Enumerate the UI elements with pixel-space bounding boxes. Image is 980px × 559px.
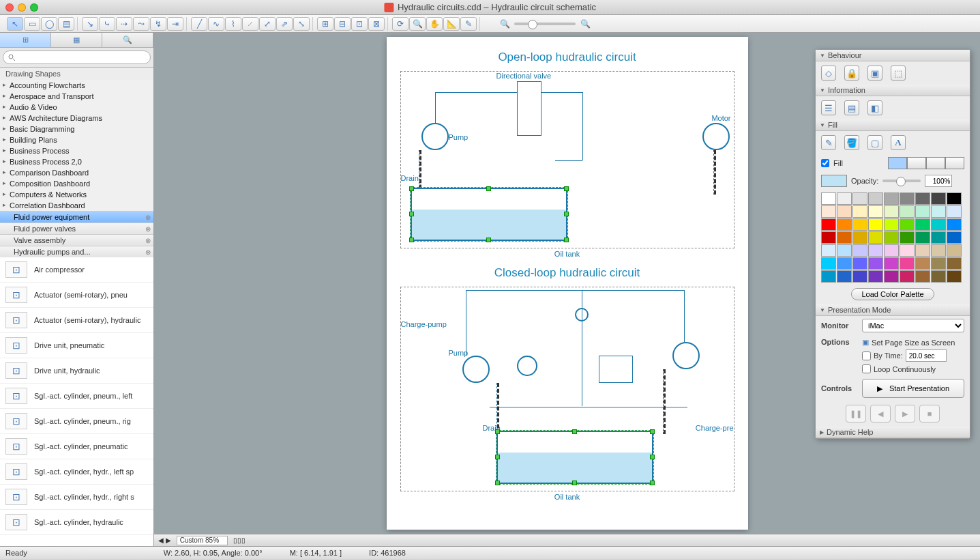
- prev-button[interactable]: ◀: [870, 405, 891, 422]
- color-swatch[interactable]: [837, 270, 852, 283]
- color-swatch[interactable]: [931, 244, 946, 257]
- shape-search-input[interactable]: [3, 51, 151, 64]
- sidebar-category[interactable]: Composition Dashboard: [0, 178, 153, 189]
- color-swatch[interactable]: [884, 192, 899, 205]
- shape-item[interactable]: ⊡Air compressor: [0, 257, 153, 283]
- color-swatch[interactable]: [900, 244, 915, 257]
- color-swatch[interactable]: [884, 244, 899, 257]
- close-window-button[interactable]: [5, 3, 14, 12]
- behaviour-icon-4[interactable]: ⬚: [891, 66, 906, 81]
- color-swatch[interactable]: [868, 244, 883, 257]
- connector-tool-2[interactable]: ⤷: [99, 17, 115, 31]
- color-swatch[interactable]: [947, 257, 962, 270]
- presentation-header[interactable]: Presentation Mode: [816, 304, 970, 316]
- drawing-page[interactable]: Open-loop hudraulic circuit Directional …: [387, 37, 748, 530]
- minimize-window-button[interactable]: [18, 3, 26, 12]
- info-icon-2[interactable]: ▤: [844, 100, 859, 115]
- color-swatch[interactable]: [915, 270, 930, 283]
- dynamic-help-header[interactable]: Dynamic Help: [816, 427, 970, 438]
- fill-image-button[interactable]: [945, 157, 964, 169]
- sidebar-category[interactable]: Comparison Dashboard: [0, 167, 153, 178]
- color-swatch[interactable]: [821, 205, 836, 218]
- color-swatch[interactable]: [821, 192, 836, 205]
- color-swatch[interactable]: [931, 257, 946, 270]
- ellipse-tool[interactable]: ◯: [41, 17, 57, 31]
- color-swatch[interactable]: [884, 270, 899, 283]
- fill-gradient-button[interactable]: [907, 157, 926, 169]
- sidebar-category[interactable]: Business Process 2,0: [0, 156, 153, 167]
- group-tool-2[interactable]: ⊟: [334, 17, 351, 31]
- stop-button[interactable]: ■: [919, 405, 940, 422]
- sidebar-subcategory[interactable]: Fluid power valves⊗: [0, 223, 153, 234]
- information-header[interactable]: Information: [816, 85, 970, 96]
- line-tool-5[interactable]: ⤢: [259, 17, 276, 31]
- color-swatch[interactable]: [900, 231, 915, 244]
- zoom-in-icon[interactable]: 🔍: [577, 17, 593, 31]
- color-swatch[interactable]: [821, 257, 836, 270]
- opacity-slider[interactable]: [882, 180, 921, 182]
- color-swatch[interactable]: [852, 244, 867, 257]
- sidebar-tab-grid[interactable]: ▦: [51, 33, 102, 47]
- fill-pattern-button[interactable]: [926, 157, 945, 169]
- sidebar-subcategory[interactable]: Fluid power equipment⊗: [0, 211, 153, 223]
- color-swatch[interactable]: [915, 218, 930, 231]
- color-swatch[interactable]: [837, 192, 852, 205]
- fill-shadow-icon[interactable]: ▢: [867, 135, 882, 150]
- monitor-select[interactable]: iMac: [862, 319, 964, 332]
- lock-icon[interactable]: 🔒: [844, 66, 859, 81]
- current-fill-swatch[interactable]: [821, 175, 847, 187]
- fill-header[interactable]: Fill: [816, 119, 970, 131]
- color-swatch[interactable]: [915, 192, 930, 205]
- shape-item[interactable]: ⊡Drive unit, hydraulic: [0, 358, 153, 384]
- info-icon-3[interactable]: ◧: [867, 100, 882, 115]
- color-swatch[interactable]: [947, 270, 962, 283]
- set-page-size-label[interactable]: Set Page Size as Screen: [872, 339, 955, 347]
- color-swatch[interactable]: [900, 270, 915, 283]
- by-time-checkbox[interactable]: [862, 352, 871, 360]
- oil-tank-1[interactable]: [411, 188, 567, 241]
- color-swatch[interactable]: [868, 192, 883, 205]
- color-swatch[interactable]: [868, 231, 883, 244]
- behaviour-icon-3[interactable]: ▣: [867, 66, 882, 81]
- color-swatch[interactable]: [931, 205, 946, 218]
- color-swatch[interactable]: [947, 205, 962, 218]
- color-swatch[interactable]: [837, 244, 852, 257]
- loop-checkbox[interactable]: [862, 364, 871, 373]
- color-swatch[interactable]: [947, 192, 962, 205]
- shape-item[interactable]: ⊡Sgl.-act. cylinder, hydraulic: [0, 510, 153, 535]
- color-swatch[interactable]: [947, 231, 962, 244]
- behaviour-header[interactable]: Behaviour: [816, 50, 970, 61]
- color-swatch[interactable]: [821, 231, 836, 244]
- color-swatch[interactable]: [884, 205, 899, 218]
- color-swatch[interactable]: [852, 192, 867, 205]
- line-tool-1[interactable]: ╱: [191, 17, 207, 31]
- page-nav[interactable]: ◀ ▶: [158, 536, 171, 544]
- sidebar-category[interactable]: AWS Architecture Diagrams: [0, 113, 153, 124]
- color-swatch[interactable]: [837, 218, 852, 231]
- color-swatch[interactable]: [900, 192, 915, 205]
- color-swatch[interactable]: [852, 257, 867, 270]
- oil-tank-2[interactable]: [496, 431, 653, 484]
- sidebar-category[interactable]: Correlation Dashboard: [0, 200, 153, 211]
- fill-solid-button[interactable]: [888, 157, 907, 169]
- sidebar-category[interactable]: Basic Diagramming: [0, 124, 153, 134]
- color-swatch[interactable]: [821, 270, 836, 283]
- zoom-out-icon[interactable]: 🔍: [496, 17, 513, 31]
- close-icon[interactable]: ⊗: [145, 237, 151, 244]
- sidebar-subcategory[interactable]: Valve assembly⊗: [0, 234, 153, 246]
- sidebar-category[interactable]: Business Process: [0, 145, 153, 156]
- color-swatch[interactable]: [821, 218, 836, 231]
- line-tool-4[interactable]: ⟋: [242, 17, 258, 31]
- color-swatch[interactable]: [915, 231, 930, 244]
- color-swatch[interactable]: [947, 244, 962, 257]
- sidebar-category[interactable]: Audio & Video: [0, 102, 153, 113]
- next-button[interactable]: ▶: [895, 405, 915, 422]
- pointer-tool[interactable]: ↖: [7, 17, 23, 31]
- eyedropper-tool[interactable]: ✎: [460, 17, 477, 31]
- line-tool-7[interactable]: ⤡: [293, 17, 310, 31]
- color-swatch[interactable]: [837, 257, 852, 270]
- color-swatch[interactable]: [884, 257, 899, 270]
- connector-tool-1[interactable]: ↘: [82, 17, 98, 31]
- line-tool-2[interactable]: ∿: [208, 17, 224, 31]
- close-icon[interactable]: ⊗: [145, 248, 151, 256]
